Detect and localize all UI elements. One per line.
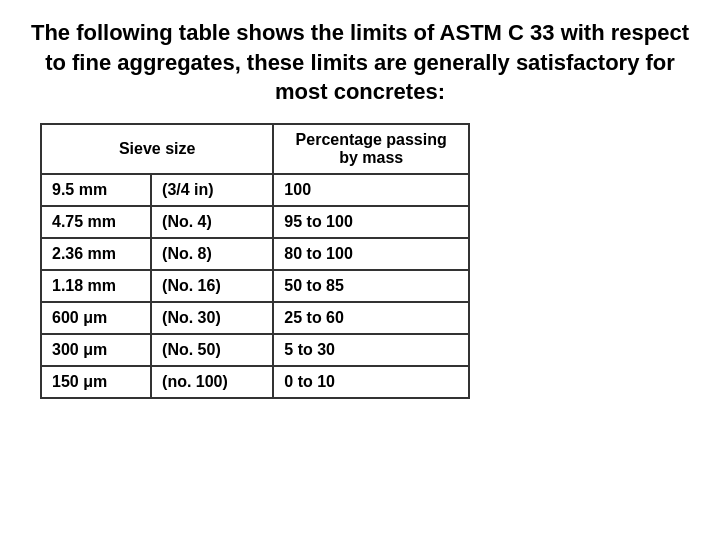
data-table: Sieve size Percentage passing by mass 9.… [40,123,470,399]
table-row: 150 μm(no. 100)0 to 10 [41,366,469,398]
percent-value: 95 to 100 [273,206,469,238]
table-header-row: Sieve size Percentage passing by mass [41,124,469,174]
table-row: 300 μm(No. 50)5 to 30 [41,334,469,366]
sieve-mm: 4.75 mm [41,206,151,238]
sieve-no: (No. 4) [151,206,273,238]
table-row: 9.5 mm(3/4 in)100 [41,174,469,206]
percent-value: 25 to 60 [273,302,469,334]
table-row: 2.36 mm(No. 8)80 to 100 [41,238,469,270]
sieve-mm: 9.5 mm [41,174,151,206]
sieve-mm: 600 μm [41,302,151,334]
intro-text: The following table shows the limits of … [30,18,690,107]
percent-value: 80 to 100 [273,238,469,270]
table-row: 600 μm(No. 30)25 to 60 [41,302,469,334]
percentage-header: Percentage passing by mass [273,124,469,174]
table-row: 4.75 mm(No. 4)95 to 100 [41,206,469,238]
sieve-no: (no. 100) [151,366,273,398]
sieve-size-header: Sieve size [41,124,273,174]
percent-value: 50 to 85 [273,270,469,302]
sieve-no: (3/4 in) [151,174,273,206]
sieve-mm: 1.18 mm [41,270,151,302]
sieve-mm: 150 μm [41,366,151,398]
sieve-no: (No. 50) [151,334,273,366]
sieve-mm: 300 μm [41,334,151,366]
percent-value: 5 to 30 [273,334,469,366]
percent-value: 0 to 10 [273,366,469,398]
sieve-no: (No. 16) [151,270,273,302]
sieve-mm: 2.36 mm [41,238,151,270]
sieve-no: (No. 30) [151,302,273,334]
sieve-no: (No. 8) [151,238,273,270]
table-row: 1.18 mm(No. 16)50 to 85 [41,270,469,302]
percent-value: 100 [273,174,469,206]
page-container: The following table shows the limits of … [30,18,690,399]
